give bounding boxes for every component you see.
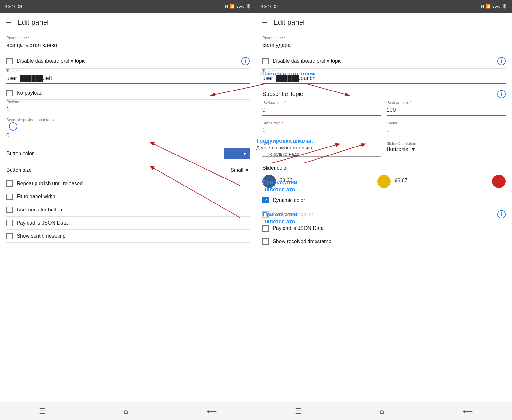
disable-prefix-row-right: Disable dashboard prefix topic i bbox=[262, 54, 506, 69]
subscribe-topic-info[interactable]: i bbox=[497, 90, 506, 98]
panel-name-value-right[interactable]: сила удара bbox=[262, 41, 506, 51]
disable-prefix-checkbox-right[interactable] bbox=[262, 58, 269, 64]
status-left-right: 4G 16:07 bbox=[261, 4, 278, 9]
json-label-right: Payload is JSON Data bbox=[273, 226, 324, 231]
disable-prefix-info-right[interactable]: i bbox=[497, 57, 506, 65]
timestamp-row-right: Show received timestamp bbox=[262, 235, 506, 248]
slider-step-label: Slider step * bbox=[262, 121, 381, 125]
time-right: 16:07 bbox=[268, 4, 278, 9]
unit-label: Unit bbox=[262, 141, 381, 146]
unit-orientation-row: Unit Slider Orientation Horizontal ▼ bbox=[262, 141, 506, 159]
button-size-row-left: Button size Small ▼ bbox=[6, 163, 250, 177]
sep-payload-value-left[interactable]: 0 bbox=[6, 131, 250, 141]
wifi-icon-right: 📶 bbox=[486, 4, 491, 9]
content-left: Panel name * вращать стол влево Disable … bbox=[0, 32, 256, 402]
status-right-right: N 📶 65% 🔋 bbox=[481, 4, 507, 9]
status-bar-right: 4G 16:07 N 📶 65% 🔋 bbox=[256, 0, 512, 13]
topic-label-right: Topic * bbox=[262, 69, 506, 73]
sep-payload-info-left[interactable]: i bbox=[9, 122, 17, 131]
back-button-right[interactable]: ← bbox=[261, 18, 268, 27]
factor-value[interactable]: 1 bbox=[387, 126, 506, 136]
panel-name-group-left: Panel name * вращать стол влево bbox=[6, 36, 250, 51]
no-payload-label-left: No payload bbox=[17, 90, 43, 96]
payload-min-group: Payload min * 0 bbox=[262, 100, 381, 116]
color-stop-1-value[interactable]: 33,33 bbox=[280, 178, 373, 185]
json-label-left: Payload is JSON Data bbox=[17, 220, 68, 226]
payload-max-value[interactable]: 100 bbox=[387, 106, 506, 116]
repeat-label-left: Repeat publish until released bbox=[17, 181, 83, 186]
bottom-nav-right: ☰ ⌂ ⟵ bbox=[256, 402, 512, 420]
wifi-icon: 📶 bbox=[230, 4, 235, 9]
dynamic-color-label: Dynamic color bbox=[273, 197, 305, 203]
disable-prefix-info-left[interactable]: i bbox=[241, 57, 250, 65]
slider-step-value[interactable]: 1 bbox=[262, 126, 381, 136]
dynamic-color-checkbox[interactable]: ✓ bbox=[262, 197, 269, 203]
enable-notif-label: Enable notification bbox=[273, 211, 315, 217]
fit-checkbox-left[interactable] bbox=[6, 194, 13, 200]
slider-step-group: Slider step * 1 bbox=[262, 121, 381, 136]
topic-group-right: Topic * user_██████/punch bbox=[262, 69, 506, 84]
back-nav-icon-left[interactable]: ⟵ bbox=[207, 407, 217, 416]
sep-payload-group-left: Separate payload on release i 0 bbox=[6, 118, 250, 141]
color-stop-2-value[interactable]: 66,67 bbox=[395, 178, 488, 185]
timestamp-checkbox-left[interactable] bbox=[6, 233, 13, 239]
payload-value-left[interactable]: 1 bbox=[6, 105, 250, 115]
time-left: 16:04 bbox=[12, 4, 22, 9]
button-size-value-left[interactable]: Small ▼ bbox=[230, 167, 250, 173]
left-phone-panel: 4G 16:04 N 📶 65% 🔋 ← Edit panel Panel na… bbox=[0, 0, 256, 420]
top-bar-left: ← Edit panel bbox=[0, 13, 256, 32]
panel-name-label-left: Panel name * bbox=[6, 36, 250, 40]
step-factor-row: Slider step * 1 Factor 1 bbox=[262, 121, 506, 139]
icons-label-left: Use icons for button bbox=[17, 207, 62, 213]
topic-value-left[interactable]: user_██████/left bbox=[6, 74, 250, 84]
status-bar-left: 4G 16:04 N 📶 65% 🔋 bbox=[0, 0, 256, 13]
signal-icon: 4G bbox=[5, 4, 11, 9]
back-nav-icon-right[interactable]: ⟵ bbox=[463, 407, 473, 416]
enable-notif-row: Enable notification i bbox=[262, 207, 506, 222]
page-title-left: Edit panel bbox=[17, 18, 49, 27]
payload-group-left: Payload * 1 bbox=[6, 100, 250, 115]
button-color-picker-left[interactable]: ▼ bbox=[224, 148, 250, 159]
enable-notif-info[interactable]: i bbox=[497, 210, 506, 218]
no-payload-row-left: No payload bbox=[6, 87, 250, 100]
subscribe-topic-row: Subscribe Topic i bbox=[262, 87, 506, 100]
topic-value-right[interactable]: user_██████/punch bbox=[262, 74, 506, 84]
fit-row-left: Fit to panel width bbox=[6, 190, 250, 203]
topic-group-left: Topic * user_██████/left bbox=[6, 69, 250, 84]
timestamp-label-right: Show received timestamp bbox=[273, 239, 331, 244]
repeat-row-left: Repeat publish until released bbox=[6, 177, 250, 190]
payload-min-value[interactable]: 0 bbox=[262, 106, 381, 116]
disable-prefix-label-left: Disable dashboard prefix topic bbox=[17, 58, 85, 64]
payload-max-label: Payload max * bbox=[387, 100, 506, 105]
timestamp-checkbox-right[interactable] bbox=[262, 238, 269, 245]
json-checkbox-right[interactable] bbox=[262, 225, 269, 232]
back-button-left[interactable]: ← bbox=[5, 18, 12, 27]
payload-min-label: Payload min * bbox=[262, 100, 381, 105]
timestamp-label-left: Show sent timestamp bbox=[17, 233, 66, 239]
payload-label-left: Payload * bbox=[6, 100, 250, 104]
button-color-label-left: Button color bbox=[6, 151, 34, 156]
json-row-left: Payload is JSON Data bbox=[6, 217, 250, 230]
json-checkbox-left[interactable] bbox=[6, 220, 13, 226]
color-circle-1[interactable] bbox=[262, 175, 276, 188]
menu-nav-icon-left[interactable]: ☰ bbox=[39, 407, 45, 416]
color-circle-2[interactable] bbox=[377, 175, 391, 188]
repeat-checkbox-left[interactable] bbox=[6, 180, 13, 187]
disable-prefix-checkbox-left[interactable] bbox=[6, 58, 13, 64]
battery-icon-right: 🔋 bbox=[502, 4, 507, 9]
home-nav-icon-left[interactable]: ⌂ bbox=[124, 407, 128, 416]
menu-nav-icon-right[interactable]: ☰ bbox=[295, 407, 301, 416]
bottom-nav-left: ☰ ⌂ ⟵ bbox=[0, 402, 256, 420]
color-circle-3[interactable] bbox=[492, 175, 506, 188]
unit-value[interactable] bbox=[262, 147, 381, 157]
color-dropdown-icon: ▼ bbox=[243, 151, 247, 156]
home-nav-icon-right[interactable]: ⌂ bbox=[380, 407, 384, 416]
top-bar-right: ← Edit panel bbox=[256, 13, 512, 32]
no-payload-checkbox-left[interactable] bbox=[6, 90, 13, 96]
panel-name-value-left[interactable]: вращать стол влево bbox=[6, 41, 250, 51]
icons-checkbox-left[interactable] bbox=[6, 207, 13, 213]
sep-payload-label-left: Separate payload on release i bbox=[6, 118, 250, 131]
panel-name-label-right: Panel name * bbox=[262, 36, 506, 40]
orientation-select[interactable]: Horizontal ▼ bbox=[387, 147, 506, 154]
color-stops-row: 33,33 66,67 bbox=[262, 175, 506, 188]
